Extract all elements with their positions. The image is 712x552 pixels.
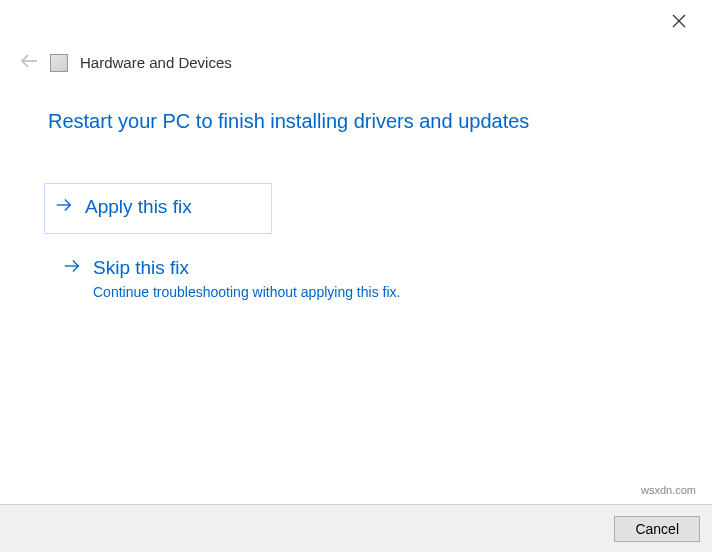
close-button[interactable] (664, 8, 694, 37)
troubleshooter-icon (50, 54, 68, 72)
option-text-group: Apply this fix (85, 196, 192, 219)
arrow-right-icon (63, 257, 81, 280)
dialog-header: Hardware and Devices (20, 52, 232, 73)
dialog-footer: Cancel (0, 504, 712, 552)
page-heading: Restart your PC to finish installing dri… (48, 110, 688, 133)
skip-fix-option[interactable]: Skip this fix Continue troubleshooting w… (48, 246, 688, 311)
dialog-content: Restart your PC to finish installing dri… (48, 110, 688, 323)
watermark-text: wsxdn.com (641, 484, 696, 496)
skip-fix-label: Skip this fix (93, 257, 400, 280)
cancel-button[interactable]: Cancel (614, 516, 700, 542)
back-button (20, 52, 38, 73)
dialog-title: Hardware and Devices (80, 54, 232, 71)
option-text-group: Skip this fix Continue troubleshooting w… (93, 257, 400, 300)
apply-fix-label: Apply this fix (85, 196, 192, 219)
back-arrow-icon (20, 54, 38, 68)
apply-fix-option[interactable]: Apply this fix (44, 183, 272, 234)
skip-fix-subtitle: Continue troubleshooting without applyin… (93, 284, 400, 300)
close-icon (672, 14, 686, 28)
arrow-right-icon (55, 196, 73, 219)
